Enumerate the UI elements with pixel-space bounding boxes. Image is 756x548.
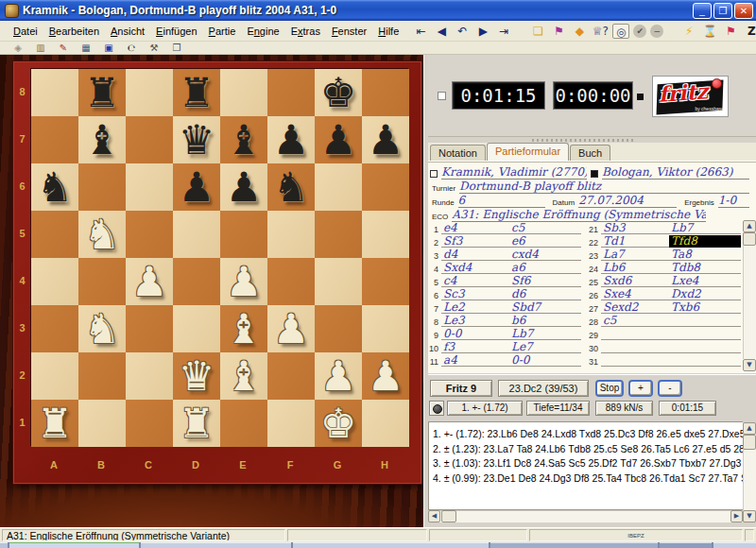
piece-bp-d6[interactable]: ♟ (173, 163, 220, 211)
square-e1[interactable] (220, 400, 267, 447)
analysis-hscroll-right-icon[interactable]: ▶ (730, 510, 743, 522)
tournament-field[interactable]: Dortmund-B playoff blitz (459, 180, 749, 194)
close-button[interactable]: ✕ (734, 3, 753, 19)
form-scroll-down-icon[interactable]: ▼ (743, 359, 756, 371)
analysis-scroll-down-icon[interactable]: ▼ (743, 510, 756, 522)
square-c5[interactable] (126, 211, 173, 258)
move-cell-black-29[interactable] (669, 328, 741, 340)
app-icon[interactable] (5, 4, 19, 18)
hourglass-icon[interactable]: ⌛ (701, 24, 718, 39)
go-forward-icon[interactable]: ▶ (474, 24, 491, 39)
move-cell-white-25[interactable]: Sxd6 (601, 275, 669, 287)
move-cell-black-26[interactable]: Dxd2 (669, 288, 741, 300)
piece-bp-f7[interactable]: ♟ (267, 116, 315, 163)
piece-bp-h7[interactable]: ♟ (362, 116, 409, 163)
analysis-line-2[interactable]: 2. ± (1.23): 23.La7 Ta8 24.Lb6 Tdb8 25.c… (433, 442, 741, 457)
black-player-field[interactable]: Bologan, Viktor (2663) (602, 165, 749, 180)
move-cell-white-27[interactable]: Sexd2 (601, 301, 669, 314)
menu-item-hilfe[interactable]: Hilfe (372, 23, 404, 40)
piece-wp-f3[interactable]: ♟ (267, 305, 315, 352)
annotate-icon[interactable]: ✎ (55, 42, 72, 54)
taskbar-segment-1[interactable] (0, 542, 8, 548)
move-cell-white-4[interactable]: Sxd4 (441, 262, 509, 274)
eco-field[interactable]: A31: Englische Eröffnung (Symmetrische V… (452, 208, 706, 222)
go-back-icon[interactable]: ◀ (433, 24, 450, 39)
square-f8[interactable] (267, 69, 315, 116)
square-b1[interactable] (78, 400, 126, 447)
piece-bp-e6[interactable]: ♟ (220, 163, 267, 211)
maximize-button[interactable]: ❐ (713, 3, 732, 19)
move-cell-white-8[interactable]: Le3 (441, 315, 509, 327)
analysis-scroll-up-icon[interactable]: ▲ (743, 422, 756, 435)
white-to-move-checkbox[interactable] (438, 92, 446, 100)
move-cell-white-28[interactable]: c5 (601, 315, 669, 327)
square-c2[interactable] (126, 352, 173, 400)
magnify-icon[interactable]: ◎ (612, 24, 629, 39)
piece-wb-e2[interactable]: ♝ (220, 352, 267, 400)
move-cell-black-28[interactable] (669, 315, 741, 327)
square-a7[interactable] (31, 116, 78, 163)
piece-wn-b3[interactable]: ♞ (78, 305, 126, 352)
flip-board-icon[interactable]: ⚑ (550, 24, 567, 39)
square-c8[interactable] (126, 69, 173, 116)
move-cell-white-24[interactable]: Lb6 (601, 262, 669, 274)
move-cell-black-10[interactable]: Le7 (509, 341, 581, 353)
move-cell-black-30[interactable] (669, 341, 741, 353)
tab-notation[interactable]: Notation (430, 145, 486, 161)
move-cell-black-6[interactable]: d6 (509, 288, 581, 300)
move-cell-black-22[interactable]: Tfd8 (669, 235, 741, 248)
square-c1[interactable] (126, 400, 173, 447)
move-cell-white-2[interactable]: Sf3 (441, 235, 509, 248)
form-scroll-thumb[interactable] (743, 232, 756, 246)
piece-wk-g1[interactable]: ♚ (315, 400, 362, 447)
minimize-button[interactable]: _ (693, 3, 712, 19)
analysis-line-4[interactable]: 4. ± (0.99): 23.De1 De8 24.Dg3 Df8 25.Ta… (433, 471, 741, 487)
move-cell-black-7[interactable]: Sbd7 (509, 301, 581, 314)
menu-item-partie[interactable]: Partie (203, 23, 242, 40)
go-last-icon[interactable]: ⇥ (495, 24, 512, 39)
tools-icon[interactable]: ⚒ (146, 42, 163, 54)
square-c7[interactable] (126, 116, 173, 163)
analysis-hscroll-left-icon[interactable]: ◀ (428, 510, 440, 522)
new-game-icon[interactable]: ❏ (529, 24, 546, 39)
analysis-line-3[interactable]: 3. ± (1.03): 23.Lf1 Dc8 24.Sa5 Sc5 25.Df… (433, 456, 741, 471)
square-h3[interactable] (362, 305, 409, 352)
result-field[interactable]: 1-0 (718, 194, 749, 208)
move-cell-black-24[interactable]: Tdb8 (669, 262, 741, 274)
piece-bb-b7[interactable]: ♝ (78, 116, 126, 163)
move-cell-black-3[interactable]: cxd4 (509, 248, 581, 261)
square-h8[interactable] (362, 69, 409, 116)
move-cell-black-8[interactable]: b6 (509, 315, 581, 327)
move-cell-black-21[interactable]: Lb7 (669, 222, 741, 234)
move-cell-white-30[interactable] (601, 341, 669, 353)
analysis-icon[interactable]: ♕? (592, 24, 609, 39)
move-cell-black-23[interactable]: Ta8 (669, 248, 741, 261)
move-cell-black-2[interactable]: e6 (509, 235, 581, 248)
taskbar-segment-3[interactable] (141, 542, 291, 548)
square-b4[interactable] (78, 258, 126, 305)
move-cell-white-26[interactable]: Sxe4 (601, 288, 669, 300)
move-cell-white-1[interactable]: e4 (441, 222, 509, 234)
taskbar-segment-2[interactable] (9, 542, 139, 548)
tab-partieformular[interactable]: Partieformular (487, 143, 569, 161)
blitz-icon[interactable]: ⚡ (680, 24, 697, 39)
square-d4[interactable] (173, 258, 220, 305)
move-cell-black-11[interactable]: 0-0 (509, 354, 581, 367)
book-icon[interactable]: ▥ (32, 42, 49, 54)
engine-off-icon[interactable]: − (650, 25, 663, 38)
square-a8[interactable] (31, 69, 78, 116)
engine-ok-icon[interactable]: ✔ (633, 25, 646, 38)
piece-br-d8[interactable]: ♜ (173, 69, 220, 116)
move-cell-white-31[interactable] (601, 354, 669, 367)
move-cell-white-29[interactable] (601, 328, 669, 340)
flag-icon[interactable]: ⚑ (722, 24, 739, 39)
decrease-lines-button[interactable]: - (658, 380, 682, 397)
square-a4[interactable] (31, 258, 78, 305)
move-cell-white-10[interactable]: f3 (441, 341, 509, 353)
board-window-icon[interactable]: ▦ (77, 42, 94, 54)
square-f1[interactable] (267, 400, 315, 447)
takeback-icon[interactable]: ↶ (454, 24, 471, 39)
hint-icon[interactable]: ◆ (571, 24, 588, 39)
taskbar-segment-5[interactable] (490, 542, 658, 548)
move-cell-black-27[interactable]: Txb6 (669, 301, 741, 314)
